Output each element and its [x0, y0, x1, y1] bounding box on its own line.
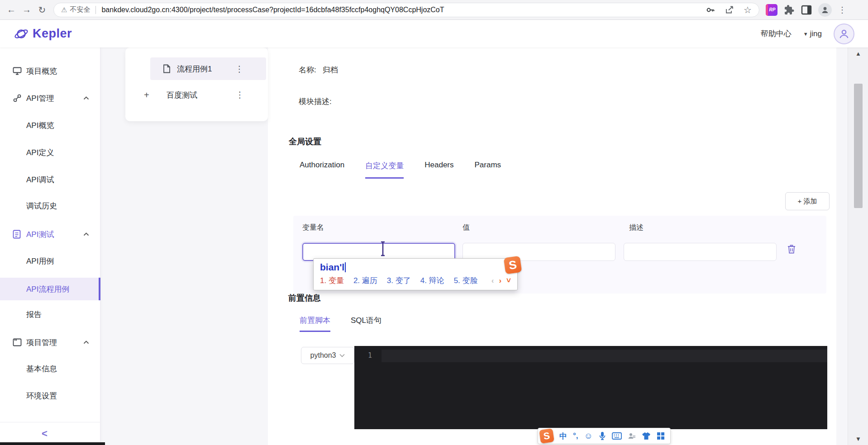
browser-menu-icon[interactable]: ⋮ — [838, 5, 846, 15]
case-tree-panel: 流程用例1 ⋮ + 百度测试 ⋮ — [125, 47, 268, 121]
sidebar-item-basic-info[interactable]: 基本信息 — [0, 358, 100, 379]
share-icon[interactable] — [725, 5, 734, 15]
ime-toolbar: S 中 °, ☺ — [538, 428, 671, 444]
name-label: 名称: — [299, 65, 316, 75]
sidebar-item-api-process-case[interactable]: API流程用例 — [0, 278, 100, 300]
ime-next-page-icon[interactable]: › — [499, 276, 501, 285]
address-bar[interactable]: ⚠ 不安全 bankdev.cloud2go.cn:4300/project/t… — [53, 3, 759, 17]
tab-params[interactable]: Params — [475, 161, 501, 179]
ime-keyboard-icon[interactable] — [612, 432, 622, 440]
scroll-up-icon[interactable]: ▲ — [848, 50, 868, 57]
pre-info-title: 前置信息 — [288, 293, 321, 303]
sidebar-item-env-settings[interactable]: 环境设置 — [0, 385, 100, 407]
ime-prev-page-icon[interactable]: ‹ — [491, 276, 494, 285]
delete-row-icon[interactable] — [787, 244, 796, 255]
browser-toolbar: ← → ↻ ⚠ 不安全 bankdev.cloud2go.cn:4300/pro… — [0, 0, 868, 20]
ime-emoji-icon[interactable]: ☺ — [584, 431, 593, 441]
variable-description-input[interactable] — [624, 243, 777, 261]
forward-icon[interactable]: → — [19, 2, 34, 18]
page-scrollbar[interactable]: ▲ ▼ — [848, 47, 868, 445]
ime-candidate-1[interactable]: 1. 变量 — [320, 275, 344, 286]
security-label: 不安全 — [70, 5, 90, 14]
ime-mode-chinese[interactable]: 中 — [559, 431, 567, 441]
sidebar-item-report[interactable]: 报告 — [0, 303, 100, 325]
scrollbar-thumb[interactable] — [854, 84, 863, 208]
sidebar-group-api-test[interactable]: API测试 — [0, 223, 100, 245]
language-select[interactable]: python3 — [301, 347, 354, 364]
user-menu[interactable]: ▼ jing — [803, 29, 822, 38]
chevron-up-icon — [83, 232, 89, 236]
kepler-logo[interactable]: Kepler — [14, 26, 72, 42]
sidebar-item-project-overview[interactable]: 项目概览 — [0, 60, 100, 82]
expand-plus-icon[interactable]: + — [144, 90, 149, 100]
ime-account-icon[interactable] — [628, 432, 636, 440]
username: jing — [810, 29, 822, 38]
sidebar-item-debug-history[interactable]: 调试历史 — [0, 195, 100, 217]
sogou-logo[interactable]: S — [539, 428, 554, 444]
tree-item-2-menu-icon[interactable]: ⋮ — [235, 90, 244, 100]
ime-skin-icon[interactable] — [642, 432, 651, 440]
tab-headers[interactable]: Headers — [424, 161, 453, 179]
sidebar-collapse[interactable]: < — [0, 422, 100, 445]
editor-line-number: 1 — [368, 351, 372, 360]
pre-info-tabs: 前置脚本 SQL语句 — [300, 315, 382, 332]
column-description: 描述 — [629, 223, 644, 232]
sidebar-group-project-management[interactable]: 项目管理 — [0, 331, 100, 353]
global-settings-title: 全局设置 — [289, 136, 321, 147]
tab-pre-script[interactable]: 前置脚本 — [300, 315, 330, 332]
global-settings-tabs: Authorization 自定义变量 Headers Params — [300, 161, 501, 179]
security-warning-icon[interactable]: ⚠ — [61, 6, 67, 14]
person-icon — [838, 28, 850, 40]
chevron-down-icon — [339, 354, 345, 357]
tree-item-baidu-test[interactable]: + 百度测试 — [125, 84, 268, 106]
ime-candidate-2[interactable]: 2. 遍历 — [353, 275, 377, 286]
tree-item-process-case-1[interactable]: 流程用例1 — [150, 57, 266, 80]
collapse-icon: < — [42, 428, 48, 440]
password-key-icon[interactable] — [706, 5, 715, 15]
scroll-down-icon[interactable]: ▼ — [848, 436, 868, 442]
test-doc-icon — [13, 230, 22, 239]
language-select-value: python3 — [310, 351, 336, 360]
side-panel-icon[interactable] — [801, 5, 812, 15]
extensions-puzzle-icon[interactable] — [784, 5, 795, 15]
back-icon[interactable]: ← — [4, 2, 19, 18]
video-frame-edge — [0, 442, 105, 445]
app-header: Kepler 帮助中心 ▼ jing — [0, 20, 868, 47]
omnibox-divider — [95, 6, 96, 14]
sogou-logo: S — [504, 256, 522, 275]
column-variable-name: 变量名 — [302, 223, 324, 232]
ime-mic-icon[interactable] — [599, 431, 606, 440]
help-center-link[interactable]: 帮助中心 — [761, 28, 792, 39]
tab-sql-statement[interactable]: SQL语句 — [351, 315, 382, 332]
sidebar-item-api-debug[interactable]: API调试 — [0, 169, 100, 190]
text-cursor-icon — [379, 241, 386, 258]
tab-authorization[interactable]: Authorization — [300, 161, 344, 179]
browser-profile-icon[interactable] — [818, 3, 832, 17]
ime-toolbox-icon[interactable] — [657, 432, 665, 440]
add-variable-button[interactable]: + 添加 — [785, 192, 830, 210]
script-code-editor[interactable]: 1 — [354, 346, 827, 429]
main-content: 名称: 归档 模块描述: 全局设置 Authorization 自定义变量 He… — [268, 47, 836, 445]
sidebar-item-api-case[interactable]: API用例 — [0, 250, 100, 272]
ime-fold-icon[interactable]: ˅ — [506, 276, 511, 285]
ime-candidate-5[interactable]: 5. 变脸 — [454, 275, 478, 286]
caret-down-icon: ▼ — [803, 31, 808, 37]
ime-candidate-4[interactable]: 4. 辩论 — [420, 275, 444, 286]
sidebar-item-api-overview[interactable]: API概览 — [0, 114, 100, 136]
ime-candidate-popup: bian'l 1. 变量 2. 遍历 3. 变了 4. 辩论 5. 变脸 ‹ ›… — [313, 258, 518, 290]
tree-item-1-menu-icon[interactable]: ⋮ — [235, 64, 244, 74]
ime-candidate-3[interactable]: 3. 变了 — [387, 275, 411, 286]
url-text[interactable]: bankdev.cloud2go.cn:4300/project/test/pr… — [101, 6, 700, 14]
editor-current-line — [382, 350, 827, 362]
avatar[interactable] — [834, 24, 854, 44]
ime-punctuation-icon[interactable]: °, — [573, 431, 578, 440]
rp-extension-icon[interactable]: RP — [766, 4, 777, 16]
sidebar-group-api-management[interactable]: API管理 — [0, 87, 100, 109]
sidebar-item-api-definition[interactable]: API定义 — [0, 142, 100, 163]
reload-icon[interactable]: ↻ — [34, 2, 50, 18]
ime-caret — [345, 262, 346, 272]
bookmark-star-icon[interactable]: ☆ — [744, 5, 752, 14]
ime-composition: bian'l — [320, 262, 344, 273]
tab-custom-variables[interactable]: 自定义变量 — [365, 161, 404, 179]
project-window-icon — [13, 338, 22, 346]
